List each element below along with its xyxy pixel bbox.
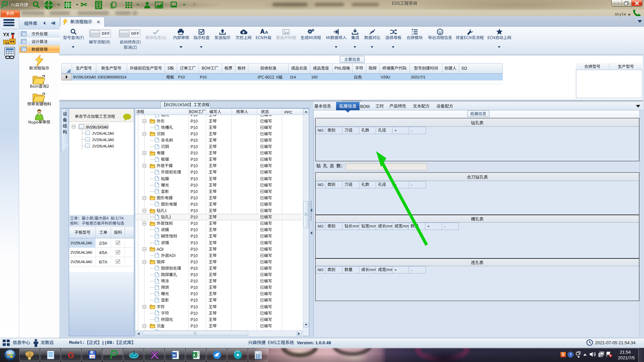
svg-text:G: G bbox=[68, 351, 74, 360]
svg-text:X: X bbox=[193, 353, 196, 358]
svg-text:W: W bbox=[172, 353, 176, 358]
svg-text:?: ? bbox=[570, 353, 572, 357]
svg-text:-64-: -64- bbox=[90, 356, 96, 358]
svg-text:YX: YX bbox=[3, 32, 9, 37]
svg-text:0: 0 bbox=[259, 352, 260, 354]
